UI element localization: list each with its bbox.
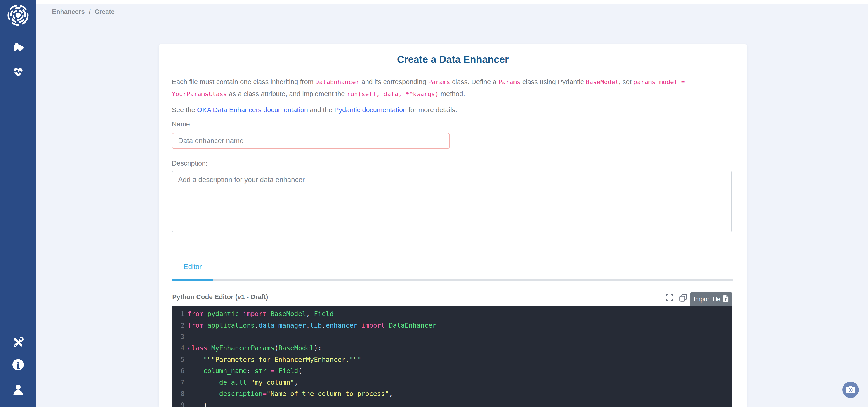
inline-code: BaseModel [586,79,619,86]
breadcrumb: Enhancers / Create [52,8,115,15]
inline-code: Params [428,79,450,86]
code-token: lib [310,321,322,329]
line-number: 7 [172,378,184,386]
code-token: BaseModel [278,344,314,352]
line-number: 8 [172,390,184,398]
inline-code: run(self, data, **kwargs) [347,90,438,97]
fullscreen-button[interactable] [665,293,674,302]
user-icon [12,383,24,396]
fullscreen-icon [665,299,674,302]
sidebar [0,0,36,407]
code-token: column_name [204,367,247,375]
code-token: import [243,310,267,318]
code-token [204,310,207,318]
text-run: See the [172,106,197,114]
code-line: 1from pydantic import BaseModel, Field [172,308,733,319]
copy-button[interactable] [679,293,687,302]
code-token: , [306,310,314,318]
description-textarea[interactable] [172,171,732,232]
import-file-button[interactable]: Import file [690,292,733,306]
camera-icon [846,386,855,394]
code-token: from [188,310,204,318]
code-token: class [188,344,207,352]
code-token [267,310,270,318]
code-token: Field [314,310,334,318]
name-label: Name: [172,121,192,128]
line-number: 4 [172,344,184,352]
logo-maze-icon [6,4,30,27]
code-token: Field [278,367,298,375]
code-token: """Parameters for EnhancerMyEnhancer.""" [204,356,361,363]
name-input[interactable] [172,133,450,149]
doc-link[interactable]: Pydantic documentation [334,106,407,114]
code-token: ) [188,401,207,407]
tab-editor[interactable]: Editor [172,259,213,274]
tab-active-underline [172,279,213,281]
code-token: ( [298,367,302,375]
line-number: 1 [172,310,184,318]
code-token [358,321,361,329]
tools-icon [12,337,24,349]
code-token [188,367,204,375]
app-logo[interactable] [0,4,36,27]
code-line: 7 default="my_column", [172,376,733,388]
code-line: 6 column_name: str = Field( [172,365,733,376]
code-token: description [219,390,263,398]
sidebar-item-tools[interactable] [0,337,36,349]
create-enhancer-card: Create a Data Enhancer Each file must co… [159,44,747,407]
doc-link[interactable]: OKA Data Enhancers documentation [197,106,308,114]
inline-code: DataEnhancer [315,79,360,86]
top-strip [36,0,868,4]
sidebar-item-enhancers[interactable] [0,40,36,54]
code-token: ( [274,344,278,352]
code-token [385,321,389,329]
sidebar-item-info[interactable] [0,359,36,371]
copy-icon [679,300,688,303]
code-line: 5 """Parameters for EnhancerMyEnhancer."… [172,354,733,365]
puzzle-icon [12,40,24,54]
code-token: . [322,321,326,329]
code-token: ): [314,344,322,352]
code-token [204,321,207,329]
code-token [188,378,219,386]
code-token: = [271,367,274,375]
code-token: applications [207,321,255,329]
code-token: , [294,378,298,386]
code-token: "my_column" [251,378,294,386]
code-line: 8 description="Name of the column to pro… [172,388,733,399]
code-token [188,390,219,398]
code-token: pydantic [207,310,239,318]
screenshot-camera-button[interactable] [842,382,859,398]
text-run: class. Define a [450,78,498,86]
code-token: "Name of the column to process" [267,390,389,398]
sidebar-item-health[interactable] [0,66,36,79]
code-token: default [219,378,247,386]
text-run: method. [439,90,465,97]
breadcrumb-create: Create [95,8,115,15]
breadcrumb-enhancers[interactable]: Enhancers [52,8,85,15]
text-run: class using Pydantic [520,78,585,86]
sidebar-item-user[interactable] [0,383,36,396]
code-token: : [247,367,255,375]
code-token: BaseModel [271,310,306,318]
code-line: 9 ) [172,399,733,407]
code-line: 2from applications.data_manager.lib.enha… [172,319,733,331]
text-run: and its corresponding [360,78,428,86]
line-number: 6 [172,367,184,375]
code-token [188,356,204,363]
tab-bar [172,279,733,281]
code-token [267,367,270,375]
line-number: 2 [172,321,184,329]
info-icon [12,359,24,371]
code-token: str [255,367,267,375]
code-token: . [255,321,258,329]
heart-pulse-icon [11,66,25,79]
python-code-editor[interactable]: 1from pydantic import BaseModel, Field2f… [172,306,733,407]
text-run: , set [619,78,633,86]
text-run: as a class attribute, and implement the [227,90,347,97]
docs-paragraph: See the OKA Data Enhancers documentation… [172,104,734,116]
code-token: import [361,321,385,329]
description-label: Description: [172,160,208,167]
code-token [239,310,243,318]
code-token: enhancer [326,321,358,329]
